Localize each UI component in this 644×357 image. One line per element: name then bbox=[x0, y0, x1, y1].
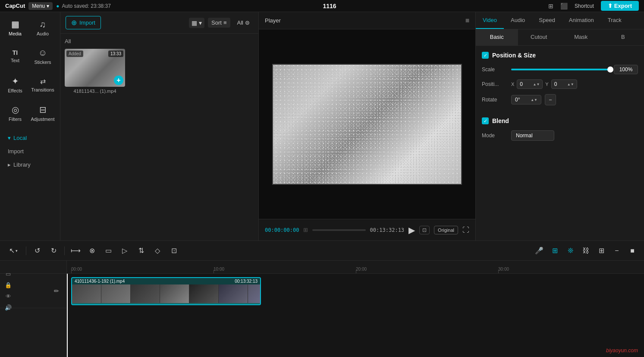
undo-button[interactable]: ↺ bbox=[31, 244, 44, 257]
scale-row: Scale 100% bbox=[482, 65, 638, 74]
sidebar-nav: ▾ Local Import ▸ Library bbox=[0, 129, 60, 174]
play-clip-button[interactable]: ▷ bbox=[118, 244, 131, 257]
player-original-button[interactable]: Original bbox=[434, 226, 458, 234]
split-button[interactable]: ⟼ bbox=[69, 244, 82, 257]
scale-value[interactable]: 100% bbox=[614, 65, 638, 74]
snap1-button[interactable]: ⊞ bbox=[548, 244, 561, 257]
view-toggle-button[interactable]: ▦ ▾ bbox=[189, 18, 204, 28]
tab-audio[interactable]: ♫ Audio bbox=[29, 14, 56, 41]
sidebar-item-library[interactable]: ▸ Library bbox=[3, 159, 57, 171]
player-fullscreen-button[interactable]: ⛶ bbox=[462, 226, 469, 234]
adjustment-icon: ⊟ bbox=[39, 104, 47, 115]
track-expand-icon[interactable]: ▭ bbox=[3, 269, 13, 279]
sidebar-item-import[interactable]: Import bbox=[3, 145, 57, 157]
tab-track[interactable]: Track bbox=[601, 12, 628, 29]
tab-stickers[interactable]: ☺ Stickers bbox=[29, 42, 56, 70]
player-play-button[interactable]: ▶ bbox=[408, 225, 415, 235]
sub-tab-basic[interactable]: Basic bbox=[476, 29, 518, 45]
sub-tab-b[interactable]: B bbox=[602, 29, 644, 45]
tab-text[interactable]: TI Text bbox=[2, 42, 28, 70]
y-input[interactable]: 0 ▲▼ bbox=[551, 79, 577, 89]
sidebar-item-local[interactable]: ▾ Local bbox=[3, 132, 57, 144]
track-audio-icon[interactable]: 🔊 bbox=[3, 303, 13, 313]
zoom-out-button[interactable]: − bbox=[610, 244, 623, 257]
list-item[interactable]: Added 13:33 + 41811143... (1).mp4 bbox=[65, 49, 125, 94]
mic-button[interactable]: 🎤 bbox=[533, 244, 546, 257]
track-lock-icon[interactable]: 🔒 bbox=[3, 281, 13, 290]
ruler-tick-30 bbox=[498, 270, 499, 273]
import-label: Import bbox=[79, 19, 95, 26]
crop-button[interactable]: ⊡ bbox=[167, 244, 180, 257]
added-badge: Added bbox=[66, 51, 83, 57]
rotate-input[interactable]: 0° ▲▼ bbox=[511, 95, 541, 104]
autosave-text: Auto saved: 23:38:37 bbox=[62, 3, 111, 9]
rotate-reset-button[interactable]: − bbox=[545, 94, 556, 105]
scale-slider-track bbox=[511, 69, 610, 70]
tab-media[interactable]: ▦ Media bbox=[2, 14, 28, 41]
sub-tab-mask[interactable]: Mask bbox=[560, 29, 602, 45]
rotate-spin-arrows[interactable]: ▲▼ bbox=[531, 98, 537, 102]
x-input[interactable]: 0 ▲▼ bbox=[517, 79, 543, 89]
shortcut-label[interactable]: Shortcut bbox=[575, 3, 594, 9]
link-icon: ⛓ bbox=[582, 247, 589, 255]
clip-frame-7 bbox=[248, 284, 260, 303]
menu-button[interactable]: Menu ▾ bbox=[28, 2, 53, 10]
blend-checkbox[interactable]: ✓ bbox=[482, 117, 489, 124]
split2-button[interactable]: ⊞ bbox=[595, 244, 608, 257]
filter-button[interactable]: All ⊜ bbox=[234, 18, 253, 28]
player-resize-handle[interactable] bbox=[361, 184, 374, 185]
app-logo: CapCut bbox=[5, 3, 25, 9]
video-clip[interactable]: 410111436-1-192 (1).mp4 00:13:32:13 bbox=[71, 277, 261, 305]
tab-filters[interactable]: ◎ Filters bbox=[2, 99, 28, 127]
sort-button[interactable]: Sort ≡ bbox=[208, 18, 230, 28]
tab-effects[interactable]: ✦ Effects bbox=[2, 71, 28, 98]
blend-title: Blend bbox=[492, 117, 509, 124]
scale-slider-thumb[interactable] bbox=[607, 66, 613, 73]
tab-video[interactable]: Video bbox=[476, 12, 504, 29]
crop-icon: ⊡ bbox=[171, 246, 177, 255]
delete-button[interactable]: ⊗ bbox=[85, 244, 98, 257]
layout-icon[interactable]: ⊞ bbox=[548, 3, 553, 9]
layout-toggle-icon[interactable]: ⬛ bbox=[560, 3, 568, 9]
player-progress-bar[interactable] bbox=[312, 229, 365, 231]
timeline-tracks[interactable]: 00:00 10:00 20:00 30:00 410111436-1-192 … bbox=[67, 261, 644, 357]
snap2-button[interactable]: ❊ bbox=[564, 244, 577, 257]
blend-mode-select[interactable]: Normal bbox=[511, 130, 554, 141]
tab-audio[interactable]: Audio bbox=[504, 12, 532, 29]
playhead[interactable] bbox=[67, 274, 68, 357]
select-tool-button[interactable]: ↖ ▾ bbox=[5, 244, 22, 257]
x-spin-arrows[interactable]: ▲▼ bbox=[533, 82, 540, 86]
clip-frame-6 bbox=[219, 284, 248, 303]
scale-slider[interactable] bbox=[511, 69, 610, 70]
mask-button[interactable]: ◇ bbox=[151, 244, 164, 257]
tab-adjustment[interactable]: ⊟ Adjustment bbox=[29, 99, 56, 127]
import-button[interactable]: ⊕ Import bbox=[66, 16, 101, 29]
media-duration: 13:33 bbox=[108, 51, 123, 57]
track-edit-icon[interactable]: ✏ bbox=[50, 284, 63, 297]
project-number: 1116 bbox=[323, 3, 336, 9]
link-button[interactable]: ⛓ bbox=[579, 244, 592, 257]
redo-button[interactable]: ↻ bbox=[47, 244, 60, 257]
stickers-icon: ☺ bbox=[38, 48, 47, 58]
sub-tab-cutout[interactable]: Cutout bbox=[518, 29, 560, 45]
zoom-in-icon: ■ bbox=[630, 247, 635, 255]
track-visibility-icon[interactable]: 👁 bbox=[3, 292, 13, 301]
detach-button[interactable]: ▭ bbox=[102, 244, 115, 257]
position-size-checkbox[interactable]: ✓ bbox=[482, 52, 489, 59]
add-to-timeline-button[interactable]: + bbox=[114, 76, 123, 85]
position-size-section-header: ✓ Position & Size bbox=[482, 52, 638, 59]
main-layout: ▦ Media ♫ Audio TI Text ☺ Stickers ✦ Eff… bbox=[0, 12, 644, 240]
tracks-body: 410111436-1-192 (1).mp4 00:13:32:13 bbox=[67, 274, 644, 357]
tab-speed[interactable]: Speed bbox=[532, 12, 562, 29]
audio-icon: ♫ bbox=[40, 19, 46, 29]
zoom-in-button[interactable]: ■ bbox=[626, 244, 639, 257]
y-spin-arrows[interactable]: ▲▼ bbox=[567, 82, 574, 86]
player-menu-icon[interactable]: ≡ bbox=[465, 17, 469, 25]
tab-transitions[interactable]: ⇄ Transitions bbox=[29, 71, 56, 98]
player-fit-button[interactable]: ⊡ bbox=[419, 226, 430, 234]
flip-button[interactable]: ⇅ bbox=[135, 244, 148, 257]
detach-icon: ▭ bbox=[105, 246, 112, 255]
tab-animation[interactable]: Animation bbox=[562, 12, 601, 29]
export-button[interactable]: ⬆ Export bbox=[601, 1, 639, 11]
scale-label: Scale bbox=[482, 66, 508, 73]
